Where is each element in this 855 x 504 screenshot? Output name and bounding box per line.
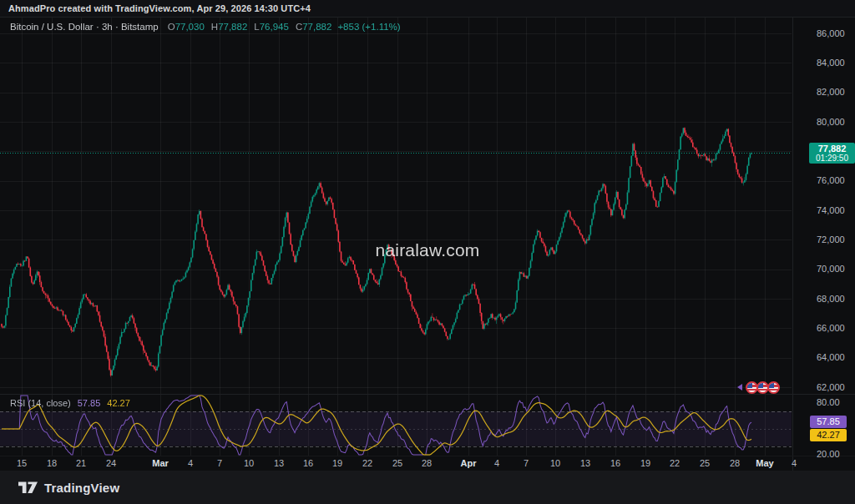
tradingview-logo-icon[interactable] xyxy=(18,481,38,495)
ohlc-pair: L76,945 xyxy=(254,22,289,32)
time-tick-day: 13 xyxy=(580,458,590,469)
rsi-legend[interactable]: RSI (14, close) 57.85 42.27 xyxy=(10,398,130,408)
price-scale-label: 84,000 xyxy=(817,58,845,68)
event-marker-arrow-icon xyxy=(737,384,742,391)
time-tick-day: 16 xyxy=(303,458,313,469)
ohlc-pair: H77,882 xyxy=(211,22,248,32)
rsi-ma-value-badge: 42.27 xyxy=(810,429,847,441)
time-tick-day: 10 xyxy=(550,458,560,469)
price-scale-label: 72,000 xyxy=(817,234,845,245)
time-tick-day: 19 xyxy=(332,458,342,469)
price-scale-label: 62,000 xyxy=(817,382,845,393)
time-tick-day: 28 xyxy=(730,458,740,469)
bar-countdown: 01:29:50 xyxy=(809,154,855,163)
time-tick-day: 19 xyxy=(640,458,650,469)
time-axis[interactable]: 15182124Mar4710131619222528Apr4710131619… xyxy=(0,456,855,471)
time-tick-day: 24 xyxy=(106,458,116,469)
attribution-text: AhmadPro created with TradingView.com, A… xyxy=(8,3,311,13)
time-tick-day: 4 xyxy=(494,458,499,469)
price-chart-canvas[interactable] xyxy=(0,18,792,394)
current-price-value: 77,882 xyxy=(809,144,855,154)
attribution-bar: AhmadPro created with TradingView.com, A… xyxy=(0,0,855,18)
rsi-scale-80: 80.00 xyxy=(817,397,840,408)
ohlc-values: O77,030H77,882L76,945C77,882 xyxy=(168,22,332,32)
time-tick-day: 4 xyxy=(188,458,193,469)
price-scale-label: 76,000 xyxy=(817,175,845,186)
price-scale-label: 80,000 xyxy=(817,117,845,128)
time-tick-day: 7 xyxy=(524,458,529,469)
price-scale-label: 74,000 xyxy=(817,205,845,216)
time-tick-day: 21 xyxy=(76,458,86,469)
watermark-text: nairalaw.com xyxy=(376,240,480,260)
pane-divider[interactable] xyxy=(0,394,855,395)
price-scale-label: 66,000 xyxy=(817,323,845,334)
time-tick-month: Apr xyxy=(461,458,477,469)
price-scale-label: 68,000 xyxy=(817,294,845,305)
rsi-legend-title: RSI (14, close) xyxy=(10,398,71,408)
time-tick-day: 16 xyxy=(610,458,620,469)
price-scale-separator xyxy=(792,18,793,471)
price-scale-label: 86,000 xyxy=(817,28,845,39)
time-tick-day: 22 xyxy=(362,458,372,469)
rsi-value-badge: 57.85 xyxy=(810,416,847,428)
time-tick-day: 4 xyxy=(792,458,797,469)
time-tick-day: 22 xyxy=(670,458,680,469)
ohlc-pair: O77,030 xyxy=(168,22,205,32)
price-scale-label: 64,000 xyxy=(817,352,845,363)
rsi-legend-value: 57.85 xyxy=(78,398,101,408)
symbol-title[interactable]: Bitcoin / U.S. Dollar · 3h · Bitstamp xyxy=(10,22,159,32)
symbol-legend[interactable]: Bitcoin / U.S. Dollar · 3h · Bitstamp O7… xyxy=(10,22,401,32)
time-tick-day: 28 xyxy=(422,458,432,469)
time-tick-day: 18 xyxy=(47,458,57,469)
rsi-ma-legend-value: 42.27 xyxy=(107,398,130,408)
price-scale-label: 82,000 xyxy=(817,87,845,98)
time-tick-month: Mar xyxy=(152,458,169,469)
price-scale-label: 70,000 xyxy=(817,264,845,275)
price-change: +853 (+1.11%) xyxy=(337,22,400,32)
time-tick-day: 25 xyxy=(700,458,710,469)
time-tick-day: 7 xyxy=(217,458,222,469)
time-tick-day: 13 xyxy=(274,458,284,469)
time-tick-day: 10 xyxy=(244,458,254,469)
bottom-bar: TradingView xyxy=(0,471,855,504)
time-tick-month: May xyxy=(756,458,773,469)
tradingview-chart-window: AhmadPro created with TradingView.com, A… xyxy=(0,0,855,504)
time-tick-day: 15 xyxy=(17,458,27,469)
us-flag-event-icon[interactable] xyxy=(767,381,780,394)
current-price-badge: 77,882 01:29:50 xyxy=(809,143,855,164)
ohlc-pair: C77,882 xyxy=(296,22,332,32)
tradingview-logo-text[interactable]: TradingView xyxy=(44,481,119,495)
time-tick-day: 25 xyxy=(392,458,402,469)
